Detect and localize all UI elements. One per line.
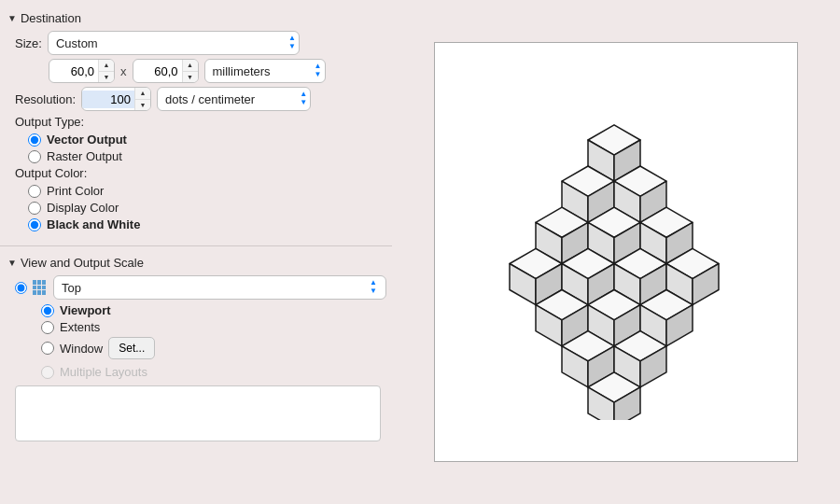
destination-section-header[interactable]: ▼ Destination [0,7,392,29]
hex-preview-svg [457,84,775,420]
width-up-button[interactable]: ▲ [99,60,114,72]
vector-radio[interactable] [28,133,41,147]
dots-select[interactable]: dots / centimeter dots / inch [157,87,311,111]
multiple-layouts-row: Multiple Layouts [15,365,381,379]
size-select-wrapper: Custom ▲▼ [48,31,300,55]
output-color-label: Output Color: [15,166,87,180]
vector-label: Vector Output [47,133,127,147]
extents-row: Extents [41,320,381,334]
width-input[interactable]: 60,0 [49,63,98,80]
dimensions-row: 60,0 ▲ ▼ x 60,0 ▲ ▼ millimeters centimet… [15,59,381,83]
unit-select[interactable]: millimeters centimeters inches pixels [204,59,326,83]
view-section-label: View and Output Scale [21,256,144,270]
extents-radio[interactable] [41,321,54,334]
vector-radio-row: Vector Output [28,133,381,147]
width-down-button[interactable]: ▼ [99,72,114,83]
preview-box [434,42,798,462]
resolution-input[interactable] [82,91,134,108]
bw-label: Black and White [47,217,140,231]
x-label: x [120,64,127,78]
top-row: Top Front Right Left Bottom Back ▲▼ [15,275,381,300]
resolution-input-wrapper: ▲ ▼ [81,87,151,111]
top-radio[interactable] [15,282,27,294]
extents-label: Extents [60,320,100,334]
display-color-row: Display Color [28,201,381,215]
grid-icon [33,280,48,295]
unit-select-wrapper: millimeters centimeters inches pixels ▲▼ [204,59,326,83]
print-color-label: Print Color [47,184,104,198]
dots-select-wrapper: dots / centimeter dots / inch ▲▼ [157,87,311,111]
window-row: Window Set... [41,337,381,359]
destination-content: Size: Custom ▲▼ 60,0 ▲ ▼ x 60,0 [0,29,392,240]
bw-radio[interactable] [28,218,41,231]
print-color-radio[interactable] [28,185,41,198]
top-select-wrapper: Top Front Right Left Bottom Back [53,275,386,300]
height-down-button[interactable]: ▼ [183,72,198,83]
resolution-row: Resolution: ▲ ▼ dots / centimeter dots /… [15,87,381,111]
view-output-group: Viewport Extents Window Set... [15,303,381,359]
resolution-label: Resolution: [15,92,76,106]
multiple-layouts-label: Multiple Layouts [60,365,147,379]
height-input[interactable]: 60,0 [133,63,182,80]
viewport-radio[interactable] [41,304,54,317]
display-color-radio[interactable] [28,202,41,215]
size-row: Size: Custom ▲▼ [15,31,381,55]
output-type-row: Output Type: [15,115,381,129]
window-label: Window [60,342,103,356]
width-input-wrapper: 60,0 ▲ ▼ [49,59,115,83]
resolution-down-button[interactable]: ▼ [135,100,150,111]
height-stepper: ▲ ▼ [182,60,198,82]
window-radio[interactable] [41,342,54,355]
width-stepper: ▲ ▼ [98,60,114,82]
display-color-label: Display Color [47,201,119,215]
resolution-up-button[interactable]: ▲ [135,88,150,100]
output-color-row: Output Color: [15,166,381,180]
collapse-triangle: ▼ [7,13,17,23]
resolution-stepper: ▲ ▼ [134,88,150,110]
raster-radio[interactable] [28,150,41,163]
left-panel: ▼ Destination Size: Custom ▲▼ 60,0 ▲ ▼ [0,0,392,504]
raster-label: Raster Output [47,149,122,163]
multiple-layouts-radio[interactable] [41,366,54,379]
right-panel [392,0,840,504]
bw-color-row: Black and White [28,217,381,231]
height-input-wrapper: 60,0 ▲ ▼ [133,59,199,83]
print-color-row: Print Color [28,184,381,198]
output-type-label: Output Type: [15,115,84,129]
destination-label: Destination [21,11,81,25]
viewport-label: Viewport [60,303,111,317]
view-section-header[interactable]: ▼ View and Output Scale [0,252,392,273]
view-content: Top Front Right Left Bottom Back ▲▼ View… [0,273,392,450]
output-type-group: Vector Output Raster Output [15,133,381,163]
height-up-button[interactable]: ▲ [183,60,198,72]
size-select[interactable]: Custom [48,31,300,55]
output-color-group: Print Color Display Color Black and Whit… [15,184,381,231]
view-collapse-triangle: ▼ [7,258,17,268]
layouts-textarea[interactable] [15,385,381,441]
top-select[interactable]: Top Front Right Left Bottom Back [53,275,386,300]
size-label: Size: [15,36,42,50]
viewport-row: Viewport [41,303,381,317]
raster-radio-row: Raster Output [28,149,381,163]
set-button[interactable]: Set... [108,337,155,359]
